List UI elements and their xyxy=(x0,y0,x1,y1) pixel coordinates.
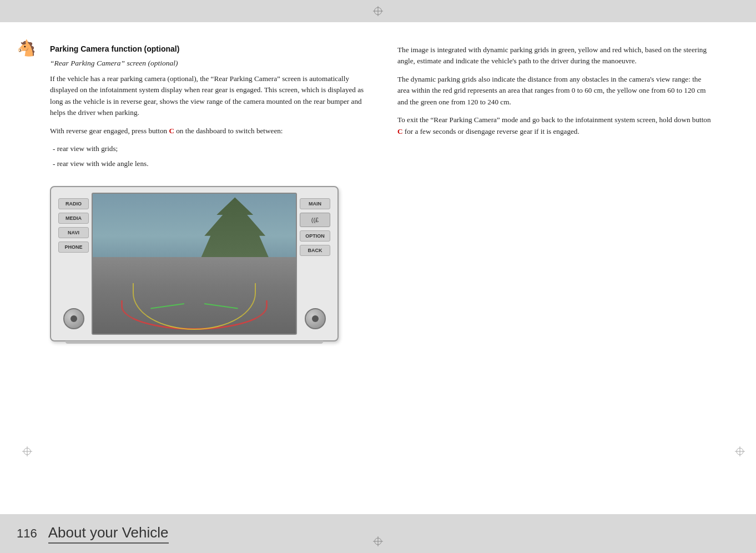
paragraph3-prefix: To exit the “Rear Parking Camera” mode a… xyxy=(397,115,711,124)
green-lines xyxy=(145,288,243,304)
left-column: Parking Camera function (optional) “Rear… xyxy=(44,44,381,503)
infotainment-unit: RADIO MEDIA NAVI PHONE xyxy=(50,186,339,341)
page-number: 116 xyxy=(17,526,37,541)
bullet-item-2: - rear view with wide angle lens. xyxy=(50,158,364,169)
special-function-button: ((£ xyxy=(300,213,330,227)
navi-button: NAVI xyxy=(58,227,89,238)
right-knob xyxy=(305,308,326,329)
radio-button: RADIO xyxy=(58,198,89,209)
right-buttons: MAIN ((£ OPTION BACK xyxy=(300,198,330,256)
media-button: MEDIA xyxy=(58,213,89,224)
left-knob xyxy=(63,308,84,329)
phone-button: PHONE xyxy=(58,242,89,253)
button-c-label-1: C xyxy=(169,127,174,135)
paragraph3-suffix: for a few seconds or disengage reverse g… xyxy=(403,127,579,135)
top-bar xyxy=(0,0,756,22)
bullet-item-1: - rear view with grids; xyxy=(50,143,364,154)
main-button: MAIN xyxy=(300,198,330,209)
left-margin: 🐴 xyxy=(0,22,44,514)
right-margin xyxy=(723,22,756,514)
main-content: 🐴 Parking Camera function (optional) “Re… xyxy=(0,22,756,514)
left-buttons: RADIO MEDIA NAVI PHONE xyxy=(58,198,89,253)
camera-view xyxy=(93,194,296,334)
left-knob-inner xyxy=(70,315,77,322)
right-panel: MAIN ((£ OPTION BACK xyxy=(297,193,333,335)
crosshair-bottom-icon xyxy=(373,536,383,549)
paragraph3-right: To exit the “Rear Parking Camera” mode a… xyxy=(397,114,712,137)
right-knob-inner xyxy=(312,315,319,322)
paragraph2-suffix: on the dashboard to switch between: xyxy=(174,127,283,135)
crosshair-right-icon xyxy=(735,446,745,459)
page-container: 🐴 Parking Camera function (optional) “Re… xyxy=(0,0,756,553)
option-button: OPTION xyxy=(300,230,330,242)
section-title: Parking Camera function (optional) xyxy=(50,44,364,53)
right-column: The image is integrated with dynamic par… xyxy=(381,44,723,503)
paragraph1-left: If the vehicle has a rear parking camera… xyxy=(50,73,364,119)
infotainment-image-container: RADIO MEDIA NAVI PHONE xyxy=(50,186,344,341)
crosshair-top-icon xyxy=(373,6,383,16)
paragraph2-right: The dynamic parking grids also indicate … xyxy=(397,74,712,108)
bottom-bar: 116 About your Vehicle xyxy=(0,514,756,553)
content-area: Parking Camera function (optional) “Rear… xyxy=(44,22,723,514)
subsection-title: “Rear Parking Camera” screen (optional) xyxy=(50,59,364,68)
paragraph2-left: With reverse gear engaged, press button … xyxy=(50,125,364,137)
grid-overlay xyxy=(113,250,276,334)
special-icon: ((£ xyxy=(311,217,319,223)
back-button: BACK xyxy=(300,245,330,256)
ferrari-logo-icon: 🐴 xyxy=(17,39,36,57)
paragraph2-prefix: With reverse gear engaged, press button xyxy=(50,127,169,135)
unit-bottom-strip xyxy=(65,341,323,344)
footer-title: About your Vehicle xyxy=(48,524,169,544)
button-c-label-2: C xyxy=(397,127,403,135)
left-panel: RADIO MEDIA NAVI PHONE xyxy=(56,193,92,335)
paragraph1-right: The image is integrated with dynamic par… xyxy=(397,44,712,67)
camera-screen xyxy=(92,193,297,335)
crosshair-left-icon xyxy=(22,446,32,459)
